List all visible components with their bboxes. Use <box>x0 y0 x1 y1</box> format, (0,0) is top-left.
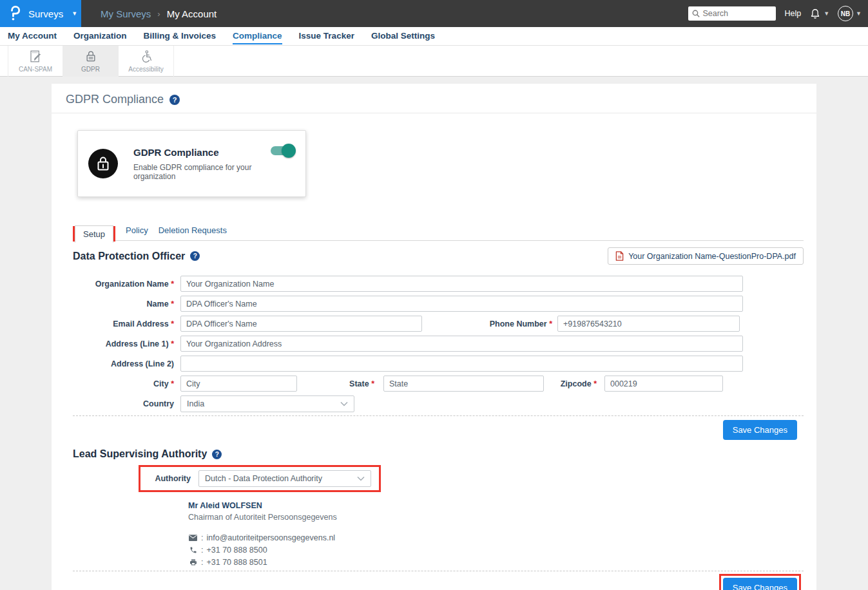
card-subtitle: Enable GDPR compliance for your organiza… <box>133 163 295 181</box>
lsa-save-button[interactable]: Save Changes <box>723 578 797 590</box>
account-menu[interactable]: NB ▼ <box>838 6 862 21</box>
nav-organization[interactable]: Organization <box>73 28 127 44</box>
country-label: Country <box>143 399 174 408</box>
save-annotation-box: Save Changes <box>719 574 801 590</box>
country-select[interactable]: India <box>180 395 354 412</box>
subtab-gdpr[interactable]: GDPR <box>63 46 119 77</box>
form-row-address2: Address (Line 2) <box>73 356 804 372</box>
accessibility-wheelchair-icon <box>139 50 153 63</box>
breadcrumb: My Surveys › My Account <box>101 8 217 19</box>
contact-fax: +31 70 888 8501 <box>206 558 267 567</box>
dpo-save-button[interactable]: Save Changes <box>723 420 797 440</box>
subtab-label: CAN-SPAM <box>19 66 52 73</box>
nav-global-settings[interactable]: Global Settings <box>371 28 435 44</box>
name-field[interactable] <box>180 296 743 312</box>
nav-my-account[interactable]: My Account <box>8 28 57 44</box>
bell-icon <box>809 8 821 20</box>
compliance-subtabs: CAN-SPAM GDPR Accessibility <box>0 46 868 77</box>
dpa-pdf-button[interactable]: Your Organization Name-QuestionPro-DPA.p… <box>608 247 804 265</box>
lock-icon <box>95 155 111 172</box>
contact-phone-row: : +31 70 888 8500 <box>188 545 816 555</box>
authority-label: Authority <box>140 474 198 483</box>
city-label: City <box>153 379 169 388</box>
pdf-file-icon <box>615 251 624 261</box>
authority-select[interactable]: Dutch - Data Protection Authority <box>198 470 371 487</box>
address2-field[interactable] <box>180 356 743 372</box>
subtab-accessibility[interactable]: Accessibility <box>119 46 174 77</box>
tab-deletion-requests[interactable]: Deletion Requests <box>159 225 227 240</box>
subtab-can-spam[interactable]: CAN-SPAM <box>8 46 63 77</box>
contact-separator: : <box>201 558 203 567</box>
nav-compliance[interactable]: Compliance <box>233 28 282 44</box>
nav-issue-tracker[interactable]: Issue Tracker <box>299 28 354 44</box>
tab-policy[interactable]: Policy <box>126 225 148 240</box>
required-marker: * <box>171 300 174 309</box>
contact-name: Mr Aleid WOLFSEN <box>188 501 816 510</box>
contact-title: Chairman of Autoriteit Persoonsgegevens <box>188 513 816 522</box>
required-marker: * <box>171 379 174 388</box>
lsa-heading: Lead Supervising Authority <box>73 448 207 460</box>
tab-setup[interactable]: Setup <box>75 225 113 243</box>
page-title: GDPR Compliance <box>66 93 164 106</box>
phone-label: Phone Number <box>490 319 547 328</box>
authority-value: Dutch - Data Protection Authority <box>205 474 322 483</box>
authority-annotation-box: Authority Dutch - Data Protection Author… <box>139 465 381 492</box>
help-link[interactable]: Help <box>784 9 801 18</box>
gdpr-lock-icon <box>84 50 97 63</box>
toggle-knob <box>282 144 296 158</box>
form-row-country: Country India <box>73 395 804 412</box>
breadcrumb-my-surveys[interactable]: My Surveys <box>101 8 151 19</box>
zipcode-label: Zipcode <box>561 379 592 388</box>
page-help-icon[interactable]: ? <box>169 95 180 105</box>
chevron-down-icon <box>357 476 365 481</box>
name-label: Name <box>147 300 169 309</box>
form-row-email-phone: Email Address * Phone Number * <box>73 316 804 332</box>
avatar-caret-icon: ▼ <box>856 10 862 17</box>
required-marker: * <box>371 379 374 388</box>
organization-name-field[interactable] <box>180 276 743 292</box>
city-field[interactable] <box>180 376 297 392</box>
lsa-help-icon[interactable]: ? <box>212 450 222 459</box>
lock-badge <box>88 149 118 178</box>
contact-separator: : <box>201 546 203 555</box>
required-marker: * <box>171 280 174 289</box>
contact-separator: : <box>201 533 203 542</box>
product-switcher[interactable]: Surveys ▼ <box>0 0 81 27</box>
authority-contact-card: Mr Aleid WOLFSEN Chairman of Autoriteit … <box>188 501 816 567</box>
phone-field[interactable] <box>557 316 740 332</box>
chevron-down-icon <box>340 401 348 406</box>
bell-caret-icon: ▼ <box>824 10 829 17</box>
contact-email: info@autoriteitpersoonsgegevens.nl <box>206 533 335 542</box>
product-caret-icon: ▼ <box>72 10 77 17</box>
state-field[interactable] <box>383 376 544 392</box>
notifications-menu[interactable]: ▼ <box>809 8 829 20</box>
product-name: Surveys <box>28 8 63 19</box>
dpo-help-icon[interactable]: ? <box>190 251 200 261</box>
address2-label: Address (Line 2) <box>111 359 174 368</box>
email-field[interactable] <box>180 316 422 332</box>
form-row-organization-name: Organization Name * <box>73 276 804 292</box>
dpo-form: Organization Name * Name * Email Address… <box>73 276 804 412</box>
envelope-icon <box>189 535 197 541</box>
gdpr-compliance-card: GDPR Compliance Enable GDPR compliance f… <box>77 130 306 197</box>
zipcode-field[interactable] <box>604 376 723 392</box>
required-marker: * <box>171 319 174 328</box>
search-input[interactable] <box>688 6 776 21</box>
contact-phone: +31 70 888 8500 <box>206 546 267 555</box>
form-row-city-state-zip: City * State * Zipcode * <box>73 376 804 392</box>
setup-annotation-box: Setup <box>73 226 115 242</box>
gdpr-compliance-panel: GDPR Compliance ? GDPR Compliance Enable… <box>52 84 816 590</box>
email-label: Email Address <box>113 319 168 328</box>
organization-name-label: Organization Name <box>95 280 169 289</box>
top-navbar: Surveys ▼ My Surveys › My Account Help ▼… <box>0 0 868 27</box>
required-marker: * <box>549 319 552 328</box>
phone-icon <box>189 546 197 554</box>
gdpr-toggle[interactable] <box>271 146 294 155</box>
can-spam-document-icon <box>28 50 43 63</box>
section-divider <box>73 571 804 571</box>
required-marker: * <box>593 379 597 388</box>
required-marker: * <box>171 339 174 348</box>
nav-billing-invoices[interactable]: Billing & Invoices <box>144 28 217 44</box>
breadcrumb-separator: › <box>157 9 160 19</box>
address1-field[interactable] <box>180 336 743 352</box>
